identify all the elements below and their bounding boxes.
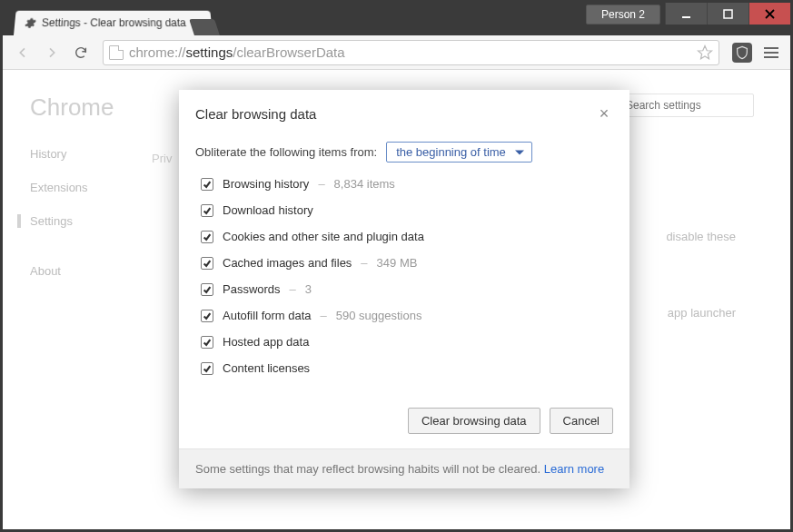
checkbox[interactable] — [201, 336, 213, 349]
checkbox-label: Cookies and other site and plugin data — [223, 230, 424, 243]
close-window-button[interactable] — [748, 3, 790, 25]
gear-icon — [24, 16, 37, 29]
separator: – — [361, 256, 367, 270]
toolbar: chrome://settings/clearBrowserData — [3, 35, 790, 70]
sidebar-item-about[interactable]: About — [30, 264, 130, 278]
checkbox-row: Hosted app data — [201, 335, 613, 349]
checkbox-row: Browsing history – 8,834 items — [201, 177, 613, 191]
dialog-footer: Some settings that may reflect browsing … — [179, 448, 629, 488]
checkbox[interactable] — [201, 283, 213, 296]
checkbox-row: Passwords – 3 — [201, 282, 613, 296]
checkbox-label: Browsing history — [223, 177, 309, 191]
browser-tab[interactable]: Settings - Clear browsing data × — [14, 11, 213, 35]
window-titlebar: Person 2 Settings - Clear browsing data … — [3, 3, 790, 35]
bookmark-star-icon[interactable] — [697, 44, 713, 61]
checkbox-detail: 590 suggestions — [336, 309, 422, 322]
separator: – — [290, 282, 296, 296]
hamburger-menu-button[interactable] — [759, 41, 783, 64]
svg-rect-1 — [724, 10, 732, 18]
sidebar-item-history[interactable]: History — [30, 147, 130, 161]
forward-button[interactable] — [39, 40, 64, 65]
sidebar-item-settings[interactable]: Settings — [17, 214, 130, 228]
privacy-section-label: Priv — [152, 152, 172, 165]
extension-shield-icon[interactable] — [732, 43, 752, 63]
checkbox[interactable] — [201, 204, 213, 217]
checkbox-row: Content licenses — [201, 361, 613, 375]
window-controls — [665, 3, 790, 25]
back-button[interactable] — [10, 40, 35, 65]
checkbox-row: Cookies and other site and plugin data — [201, 230, 613, 243]
checkbox[interactable] — [201, 231, 213, 243]
checkbox-label: Download history — [223, 203, 313, 217]
checkbox-label: Content licenses — [223, 361, 310, 375]
checkbox-detail: 349 MB — [377, 256, 418, 270]
checkbox-label: Cached images and files — [223, 256, 352, 270]
minimize-button[interactable] — [665, 3, 707, 25]
profile-badge[interactable]: Person 2 — [586, 5, 660, 25]
url-path: /clearBrowserData — [233, 44, 344, 60]
clear-browsing-data-dialog: Clear browsing data × Obliterate the fol… — [179, 90, 629, 488]
sidebar-item-extensions[interactable]: Extensions — [30, 181, 130, 194]
separator: – — [318, 177, 324, 191]
checkbox-row: Download history — [201, 203, 613, 217]
checkbox-detail: 3 — [305, 282, 312, 296]
cancel-button[interactable]: Cancel — [550, 408, 613, 434]
settings-search-input[interactable] — [618, 94, 754, 117]
omnibox[interactable]: chrome://settings/clearBrowserData — [103, 40, 719, 65]
new-tab-button[interactable] — [189, 19, 220, 35]
checkbox-row: Cached images and files – 349 MB — [201, 256, 613, 270]
url-scheme: chrome:// — [129, 44, 186, 60]
checkbox[interactable] — [201, 178, 213, 191]
clear-browsing-data-button[interactable]: Clear browsing data — [408, 408, 540, 434]
maximize-button[interactable] — [707, 3, 748, 25]
checkbox[interactable] — [201, 362, 213, 375]
chrome-brand: Chrome — [30, 94, 130, 122]
tab-title: Settings - Clear browsing data — [41, 16, 186, 29]
checkbox-label: Autofill form data — [223, 309, 312, 322]
checkbox-detail: 8,834 items — [334, 177, 395, 191]
url-host: settings — [186, 44, 233, 60]
page-icon — [109, 45, 124, 60]
checkbox-row: Autofill form data – 590 suggestions — [201, 309, 613, 322]
learn-more-link[interactable]: Learn more — [544, 462, 604, 476]
obliterate-label: Obliterate the following items from: — [195, 145, 377, 159]
checkbox[interactable] — [201, 257, 213, 270]
checkbox[interactable] — [201, 310, 213, 322]
footer-text: Some settings that may reflect browsing … — [195, 462, 544, 476]
svg-marker-4 — [699, 45, 712, 58]
checkbox-label: Hosted app data — [223, 335, 309, 349]
bg-text-1: disable these — [666, 230, 736, 243]
checkbox-label: Passwords — [223, 282, 281, 296]
dialog-close-button[interactable]: × — [595, 104, 613, 123]
dialog-title: Clear browsing data — [195, 106, 316, 122]
bg-text-2: app launcher — [668, 306, 736, 320]
separator: – — [321, 309, 327, 322]
settings-sidebar: History Extensions Settings About — [30, 147, 130, 278]
time-range-select[interactable]: the beginning of time — [386, 142, 532, 163]
reload-button[interactable] — [68, 40, 94, 65]
